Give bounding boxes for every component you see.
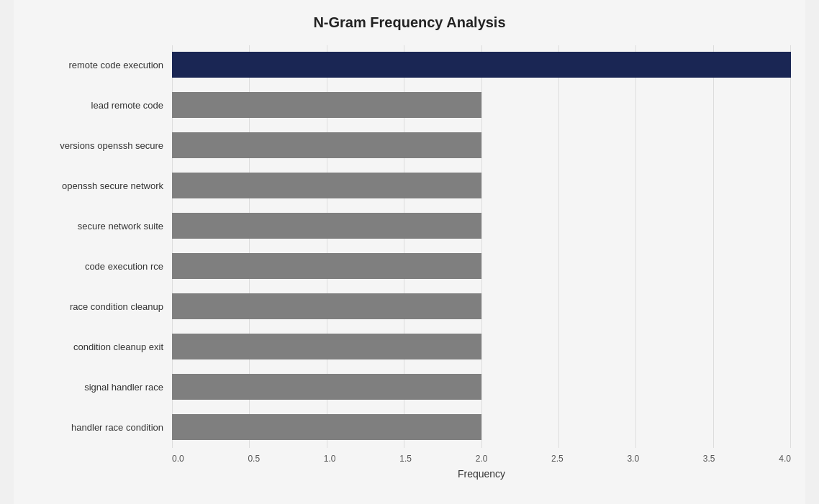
bar-label: lead remote code [28, 100, 172, 111]
x-tick: 2.5 [551, 454, 564, 464]
bar-fill [172, 132, 481, 158]
bar-track [172, 173, 791, 198]
bar-row: secure network suite [28, 206, 791, 245]
chart-area: remote code executionlead remote codever… [28, 45, 791, 448]
bar-fill [172, 213, 481, 239]
bar-row: signal handler race [28, 367, 791, 406]
x-tick: 2.0 [476, 454, 488, 464]
bar-fill [172, 293, 481, 319]
bar-label: race condition cleanup [28, 301, 172, 312]
bar-track [172, 293, 791, 319]
bar-row: race condition cleanup [28, 287, 791, 326]
bar-row: remote code execution [28, 45, 791, 84]
x-axis: 0.00.51.01.52.02.53.03.54.0 [172, 454, 791, 464]
bar-fill [172, 173, 481, 198]
bar-label: openssh secure network [28, 180, 172, 191]
bar-row: condition cleanup exit [28, 327, 791, 366]
bar-row: code execution rce [28, 247, 791, 285]
bar-label: remote code execution [28, 60, 172, 70]
x-tick: 3.0 [627, 454, 639, 464]
bar-label: code execution rce [28, 261, 172, 272]
bar-label: versions openssh secure [28, 140, 172, 151]
bar-fill [172, 92, 481, 118]
bar-label: condition cleanup exit [28, 342, 172, 352]
chart-container: N-Gram Frequency Analysis remote code ex… [14, 0, 805, 504]
bar-fill [172, 374, 481, 400]
x-tick: 0.5 [248, 454, 260, 464]
bar-label: handler race condition [28, 422, 172, 433]
bar-fill [172, 52, 791, 78]
bar-track [172, 414, 791, 440]
bar-row: versions openssh secure [28, 126, 791, 165]
x-tick: 4.0 [779, 454, 791, 464]
bars-container: remote code executionlead remote codever… [28, 45, 791, 448]
x-tick: 3.5 [703, 454, 715, 464]
bar-row: openssh secure network [28, 166, 791, 205]
bar-row: lead remote code [28, 86, 791, 124]
chart-inner: remote code executionlead remote codever… [28, 45, 791, 480]
bar-track [172, 334, 791, 359]
x-axis-label: Frequency [172, 468, 791, 480]
bar-fill [172, 414, 481, 440]
bar-fill [172, 334, 481, 359]
bar-row: handler race condition [28, 408, 791, 446]
bar-fill [172, 253, 481, 279]
bar-track [172, 253, 791, 279]
bar-track [172, 52, 791, 78]
bar-label: signal handler race [28, 382, 172, 393]
x-tick: 1.0 [324, 454, 336, 464]
bar-track [172, 213, 791, 239]
bar-track [172, 132, 791, 158]
bar-label: secure network suite [28, 221, 172, 232]
bar-track [172, 374, 791, 400]
chart-title: N-Gram Frequency Analysis [28, 14, 791, 31]
x-tick: 1.5 [399, 454, 412, 464]
x-tick: 0.0 [172, 454, 184, 464]
bar-track [172, 92, 791, 118]
